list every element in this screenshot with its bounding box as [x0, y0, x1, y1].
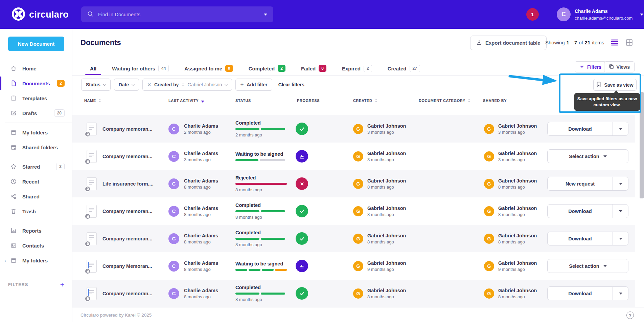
tab-completed[interactable]: Completed 2	[249, 62, 285, 75]
sidebar-item-label: My folders	[22, 130, 48, 135]
sidebar-item-shared[interactable]: Shared	[0, 189, 72, 204]
shared-by-avatar: G	[484, 179, 494, 189]
grid-view-icon[interactable]	[626, 39, 633, 47]
user-menu[interactable]: C Charlie Adams charlie.adams@circularo.…	[557, 7, 643, 21]
sidebar-item-trash[interactable]: Trash	[0, 204, 72, 219]
document-name[interactable]: Company memoran...	[102, 236, 152, 241]
row-action-button[interactable]: Download	[547, 122, 628, 136]
global-search[interactable]	[81, 6, 273, 22]
status-filter-chip[interactable]: Status	[81, 79, 111, 91]
sort-icon[interactable]	[375, 99, 377, 102]
column-header-status[interactable]: STATUS	[235, 99, 251, 103]
action-dropdown-caret[interactable]	[613, 122, 628, 135]
table-row[interactable]: Company memoran... C Charlie Adams 8 mon…	[72, 225, 635, 252]
clear-filters-link[interactable]: Clear filters	[278, 82, 304, 87]
search-scope-caret-icon[interactable]	[264, 14, 267, 16]
sort-icon[interactable]	[468, 99, 470, 102]
action-button-label: Download	[548, 209, 613, 214]
status-label: Completed	[235, 285, 261, 290]
sidebar-item-recent[interactable]: Recent	[0, 174, 72, 189]
brand-logo[interactable]: circularo	[12, 7, 69, 22]
export-document-table-button[interactable]: Export document table	[470, 36, 547, 50]
column-header-created[interactable]: CREATED	[353, 99, 377, 103]
row-action-select[interactable]: Select action	[547, 259, 628, 273]
search-input[interactable]	[98, 12, 259, 17]
sidebar-item-my-folders[interactable]: My folders	[0, 125, 72, 140]
action-dropdown-caret[interactable]	[613, 287, 628, 300]
document-name[interactable]: Company memoran...	[102, 291, 152, 296]
table-row[interactable]: Company memoran... C Charlie Adams 2 mon…	[72, 115, 635, 143]
date-filter-chip[interactable]: Date	[114, 79, 139, 91]
sidebar-item-my-folders[interactable]: › My folders	[0, 253, 72, 268]
row-action-button[interactable]: Download	[547, 286, 628, 300]
help-icon[interactable]: ?	[626, 312, 634, 319]
action-dropdown-caret[interactable]	[613, 232, 628, 245]
sidebar-item-starred[interactable]: Starred 2	[0, 159, 72, 174]
add-filter-chip[interactable]: + Add filter	[235, 79, 272, 91]
notification-badge[interactable]: 1	[526, 8, 539, 21]
row-action-button[interactable]: New request	[547, 177, 628, 191]
shared-by-user-name: Gabriel Johnson	[498, 233, 537, 238]
document-icon	[10, 80, 17, 87]
document-name[interactable]: Company memoran...	[102, 209, 152, 214]
sidebar-item-documents[interactable]: Documents 2	[0, 76, 72, 91]
created-time: 8 months ago	[367, 239, 406, 244]
shared-by-time: 8 months ago	[498, 212, 537, 217]
column-header-shared-by[interactable]: SHARED BY	[483, 99, 507, 103]
add-filter-plus-icon[interactable]: +	[60, 281, 64, 288]
cross-status-icon	[296, 177, 308, 190]
signature-status-icon	[296, 150, 308, 163]
sidebar-divider	[5, 157, 72, 157]
tab-assigned-to-me[interactable]: Assigned to me 0	[184, 62, 233, 75]
table-row[interactable]: Company memoran... C Charlie Adams 3 mon…	[72, 143, 635, 170]
action-button-label: Download	[548, 126, 613, 132]
sort-desc-active-icon[interactable]	[201, 101, 204, 103]
tab-created[interactable]: Created 27	[388, 62, 420, 75]
created-user-name: Gabriel Johnson	[367, 206, 406, 211]
document-thumbnail-icon	[87, 123, 97, 135]
sidebar-item-home[interactable]: Home	[0, 61, 72, 76]
tab-all[interactable]: All	[90, 62, 96, 75]
created-by-filter-chip[interactable]: ✕ Created by = Gabriel Johnson	[142, 79, 232, 91]
row-action-select[interactable]: Select action	[547, 149, 628, 163]
action-dropdown-caret[interactable]	[613, 205, 628, 218]
tab-waiting-for-others[interactable]: Waiting for others 44	[112, 62, 169, 75]
sidebar-item-shared-folders[interactable]: Shared folders	[0, 140, 72, 155]
sort-icon[interactable]	[98, 99, 101, 102]
chevron-right-icon[interactable]: ›	[4, 258, 6, 263]
column-header-document-category[interactable]: DOCUMENT CATEGORY	[419, 99, 470, 103]
sidebar-item-contacts[interactable]: Contacts	[0, 238, 72, 253]
home-icon	[10, 65, 17, 72]
activity-avatar: C	[168, 151, 179, 162]
column-header-progress[interactable]: PROGRESS	[297, 99, 320, 103]
sidebar-item-templates[interactable]: Templates	[0, 91, 72, 106]
column-header-name[interactable]: NAME	[84, 99, 101, 103]
filters-button[interactable]: Filters	[575, 61, 606, 72]
sidebar-item-drafts[interactable]: Drafts 20	[0, 106, 72, 121]
tab-expired[interactable]: Expired 2	[342, 62, 372, 75]
table-row[interactable]: Company memoran... C Charlie Adams 8 mon…	[72, 280, 635, 307]
document-name[interactable]: Company Memoran...	[102, 263, 152, 269]
document-name[interactable]: Life insurance form....	[102, 181, 154, 187]
row-action-button[interactable]: Download	[547, 232, 628, 245]
table-row[interactable]: Life insurance form.... C Charlie Adams …	[72, 170, 635, 197]
document-name[interactable]: Company memoran...	[102, 126, 152, 132]
table-row[interactable]: Company memoran... C Charlie Adams 8 mon…	[72, 197, 635, 225]
tab-failed[interactable]: Failed 0	[301, 62, 326, 75]
column-header-last-activity[interactable]: LAST ACTIVITY	[168, 99, 204, 103]
sidebar-item-label: Reports	[22, 228, 42, 234]
list-view-icon[interactable]	[611, 39, 618, 47]
new-document-button[interactable]: New Document	[8, 37, 64, 51]
save-as-view-button[interactable]: Save as view	[593, 79, 637, 91]
remove-filter-icon[interactable]: ✕	[147, 82, 151, 87]
table-row[interactable]: Company Memoran... C Charlie Adams 8 mon…	[72, 252, 635, 280]
sidebar-item-reports[interactable]: Reports	[0, 223, 72, 238]
status-label: Waiting to be signed	[235, 151, 283, 157]
views-button[interactable]: Views	[604, 61, 635, 72]
activity-time: 2 months ago	[184, 130, 218, 135]
action-dropdown-caret[interactable]	[613, 177, 628, 190]
document-name[interactable]: Company memoran...	[102, 154, 152, 159]
clock-icon	[10, 178, 17, 185]
tab-count-badge: 0	[225, 65, 233, 72]
row-action-button[interactable]: Download	[547, 204, 628, 218]
